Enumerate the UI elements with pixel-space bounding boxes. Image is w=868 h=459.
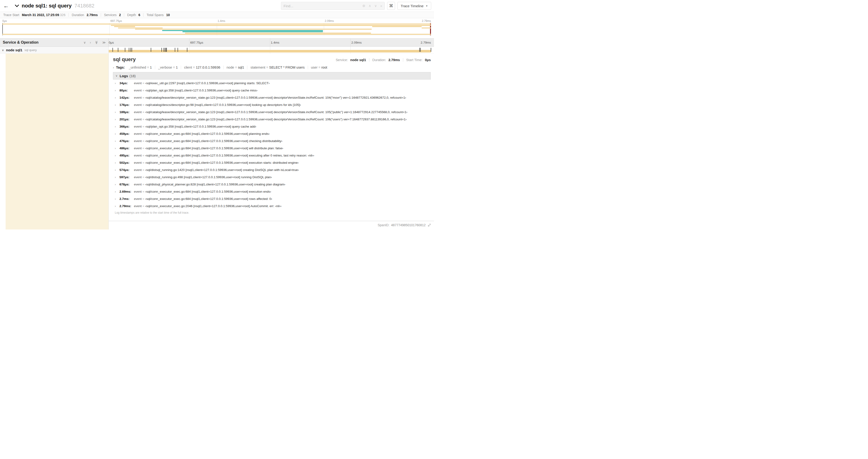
log-row[interactable]: › 176μs: event = ‹sql/catalog/descs/desc…	[115, 101, 431, 108]
span-id-label: SpanID:	[377, 223, 390, 227]
span-row-label[interactable]: ∨ node sql1 sql query	[0, 47, 109, 54]
log-marker-tick	[175, 48, 175, 52]
log-row[interactable]: › 201μs: event = ‹sql/catalog/lease/desc…	[115, 116, 431, 123]
chevron-right-icon[interactable]: ›	[115, 154, 120, 157]
trace-view-dropdown[interactable]: Trace Timeline ▼	[397, 2, 431, 10]
log-row[interactable]: › 189μs: event = ‹sql/catalog/lease/desc…	[115, 108, 431, 116]
axis-label: 0μs	[2, 19, 7, 23]
log-timestamp: 2.7ms:	[120, 197, 134, 201]
command-icon: ⌘	[389, 3, 393, 8]
find-controls: ⊕ ∧ ∨ ×	[362, 4, 382, 8]
tag-key: _verbose	[158, 66, 172, 69]
chevron-right-icon[interactable]: ›	[115, 103, 120, 107]
tags-row[interactable]: › Tags: _unfinished=1 _verbose=1 client=…	[113, 66, 431, 69]
log-row[interactable]: › 476μs: event = ‹sql/conn_executor_exec…	[115, 137, 431, 144]
chevron-right-icon[interactable]: ›	[115, 125, 120, 128]
span-color-band	[6, 54, 108, 230]
minimap-canvas[interactable]	[2, 23, 431, 35]
log-row[interactable]: › 574μs: event = ‹sql/distsql_running.go…	[115, 166, 431, 173]
chevron-down-icon: ∨	[116, 74, 118, 77]
tags-label: Tags:	[116, 66, 125, 69]
find-input[interactable]	[283, 4, 362, 8]
collapse-all-icon[interactable]: ∨	[84, 41, 86, 44]
log-row[interactable]: › 366μs: event = ‹sql/plan_opt.go:358 [n…	[115, 123, 431, 130]
collapse-header-chevron-icon[interactable]	[15, 5, 19, 7]
log-event: event = ‹sql/conn_executor_exec.go:684 […	[134, 161, 299, 164]
trace-name: node sql1: sql query	[22, 3, 72, 9]
log-timestamp: 486μs:	[120, 146, 134, 150]
tag-key: _unfinished	[129, 66, 146, 69]
collapse-one-icon[interactable]: ≫	[95, 41, 98, 44]
tag-item: _unfinished=1	[126, 66, 155, 69]
chevron-right-icon[interactable]: ›	[115, 190, 120, 193]
log-row[interactable]: › 502μs: event = ‹sql/conn_executor_exec…	[115, 159, 431, 166]
log-marker-tick	[420, 48, 421, 52]
chevron-right-icon[interactable]: ›	[115, 175, 120, 179]
summary-value: 2	[119, 13, 121, 17]
meta-value: node sql1	[350, 58, 366, 62]
clear-icon[interactable]: ×	[380, 4, 382, 8]
back-button[interactable]: ←	[3, 3, 11, 9]
log-row[interactable]: › 459μs: event = ‹sql/conn_executor_exec…	[115, 130, 431, 137]
span-detail-panel: sql query Service: node sql1 Duration: 2…	[109, 54, 434, 230]
chevron-right-icon[interactable]: ›	[115, 146, 120, 150]
logs-header[interactable]: ∨ Logs (18)	[113, 72, 431, 79]
chevron-up-icon[interactable]: ∧	[369, 4, 371, 8]
chevron-right-icon[interactable]: ›	[115, 89, 120, 92]
log-marker-tick	[130, 48, 131, 52]
chevron-right-icon[interactable]: ›	[115, 204, 120, 208]
chevron-right-icon[interactable]: ›	[115, 118, 120, 121]
log-timestamp: 34μs:	[120, 81, 134, 85]
chevron-right-icon[interactable]: ›	[115, 183, 120, 186]
chevron-down-icon[interactable]: ∨	[374, 4, 377, 8]
log-marker-tick	[166, 48, 167, 52]
chevron-right-icon[interactable]: ›	[115, 96, 120, 99]
log-timestamp: 678μs:	[120, 183, 134, 186]
log-event: event = ‹sql/conn_executor_exec.go:684 […	[134, 154, 314, 157]
link-icon[interactable]	[427, 223, 431, 227]
log-marker-tick	[431, 48, 431, 52]
log-row[interactable]: › 2.7ms: event = ‹sql/conn_executor_exec…	[115, 195, 431, 202]
chevron-right-icon[interactable]: ›	[115, 161, 120, 164]
summary-item: Services 2	[101, 13, 124, 17]
chevron-right-icon[interactable]: ›	[115, 168, 120, 172]
expand-all-icon[interactable]: ›	[90, 41, 91, 44]
logs-section: ∨ Logs (18) › 34μs: event = ‹sql/exec_ut…	[113, 72, 431, 217]
timeline-left-header: Service & Operation ∨ › ≫ ≫	[0, 38, 109, 46]
span-bar-area[interactable]	[109, 47, 434, 54]
tag-item: _verbose=1	[155, 66, 181, 69]
log-row[interactable]: › 678μs: event = ‹sql/distsql_physical_p…	[115, 181, 431, 188]
log-row[interactable]: › 2.79ms: event = ‹sql/conn_executor_exe…	[115, 202, 431, 210]
keyboard-shortcuts-button[interactable]: ⌘	[387, 2, 395, 10]
expand-one-icon[interactable]: ≫	[102, 41, 106, 44]
tag-key: node	[226, 66, 234, 69]
trace-id: 7418682	[74, 3, 94, 9]
summary-suffix: .326	[59, 13, 65, 17]
meta-item: Duration: 2.79ms	[369, 58, 400, 62]
span-meta: Service: node sql1 Duration: 2.79ms Star…	[333, 58, 431, 62]
tag-value: 127.0.0.1:59936	[196, 66, 220, 69]
log-row[interactable]: › 486μs: event = ‹sql/conn_executor_exec…	[115, 144, 431, 152]
log-marker-tick	[129, 48, 129, 52]
axis-label: 1.4ms	[217, 19, 225, 23]
log-row[interactable]: › 597μs: event = ‹sql/distsql_running.go…	[115, 173, 431, 181]
minimap-left-scrubber[interactable]	[2, 23, 3, 35]
focus-match-icon[interactable]: ⊕	[362, 4, 365, 8]
summary-item: Trace Start March 31 2022, 17:25:09.326	[3, 13, 68, 17]
log-timestamp: 80μs:	[120, 89, 134, 92]
log-row[interactable]: › 495μs: event = ‹sql/conn_executor_exec…	[115, 152, 431, 159]
log-marker-tick	[151, 48, 151, 52]
log-row[interactable]: › 80μs: event = ‹sql/plan_opt.go:358 [ns…	[115, 87, 431, 94]
chevron-right-icon[interactable]: ›	[115, 110, 120, 114]
log-row[interactable]: › 2.69ms: event = ‹sql/conn_executor_exe…	[115, 188, 431, 195]
log-row[interactable]: › 34μs: event = ‹sql/exec_util.go:2297 […	[115, 79, 431, 87]
chevron-down-icon[interactable]: ∨	[2, 48, 4, 52]
chevron-right-icon[interactable]: ›	[115, 132, 120, 135]
chevron-right-icon[interactable]: ›	[115, 81, 120, 85]
chevron-right-icon[interactable]: ›	[115, 197, 120, 201]
axis-label: 2.09ms	[324, 19, 334, 23]
equals-sign: =	[317, 66, 321, 69]
span-duration-bar[interactable]	[109, 50, 431, 53]
chevron-right-icon[interactable]: ›	[115, 139, 120, 143]
log-row[interactable]: › 142μs: event = ‹sql/catalog/lease/desc…	[115, 94, 431, 101]
